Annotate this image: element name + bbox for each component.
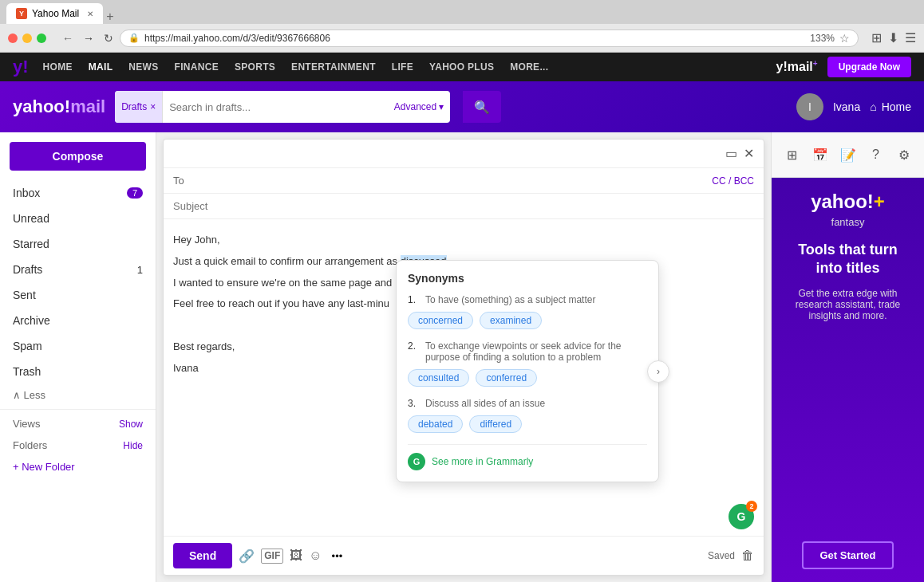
user-name: Ivana [833, 100, 860, 113]
menu-icon[interactable]: ☰ [905, 30, 916, 45]
cc-bcc-button[interactable]: CC / BCC [712, 175, 754, 187]
subject-row [164, 194, 764, 219]
sidebar-item-starred[interactable]: Starred [0, 231, 156, 257]
views-show-button[interactable]: Show [119, 419, 143, 430]
search-input[interactable] [163, 101, 388, 113]
nav-sports[interactable]: SPORTS [227, 53, 283, 81]
synonym-def-2: To exchange viewpoints or seek advice fo… [425, 340, 647, 363]
sidebar-item-inbox[interactable]: Inbox 7 [0, 180, 156, 206]
synonym-tag-concerned[interactable]: concerned [408, 312, 473, 329]
synonym-tag-conferred[interactable]: conferred [476, 369, 537, 387]
nav-news[interactable]: NEWS [120, 53, 166, 81]
refresh-button[interactable]: ↻ [104, 32, 113, 45]
image-icon[interactable]: 🖼 [290, 549, 302, 564]
send-button[interactable]: Send [173, 543, 232, 568]
sent-label: Sent [13, 289, 143, 301]
nav-yahoo-plus[interactable]: YAHOO PLUS [421, 53, 502, 81]
new-tab-button[interactable]: + [106, 10, 113, 24]
nav-mail[interactable]: MAIL [81, 53, 121, 81]
sidebar: Compose Inbox 7 Unread Starred Drafts 1 … [0, 132, 156, 582]
tab-favicon: Y [16, 8, 27, 19]
more-options-icon[interactable]: ••• [332, 550, 343, 562]
compose-button[interactable]: Compose [10, 142, 146, 171]
maximize-compose-icon[interactable]: ▭ [725, 146, 737, 161]
sidebar-item-drafts[interactable]: Drafts 1 [0, 257, 156, 282]
synonym-tag-differed[interactable]: differed [469, 415, 522, 433]
nav-life[interactable]: LIFE [384, 53, 421, 81]
nav-more[interactable]: MORE... [502, 53, 556, 81]
delete-draft-icon[interactable]: 🗑 [741, 549, 754, 563]
avatar[interactable]: I [796, 93, 823, 120]
help-icon[interactable]: ? [863, 142, 889, 167]
synonym-tags-1: concerned examined [408, 312, 647, 329]
grammarly-compose-icon[interactable]: G 2 [729, 504, 754, 529]
grammarly-icon: G [408, 453, 425, 470]
footer-icons: 🔗 GIF 🖼 ☺ [239, 549, 322, 564]
settings-icon[interactable]: ⚙ [891, 142, 917, 167]
to-input[interactable] [197, 175, 712, 187]
sidebar-divider [0, 409, 156, 410]
ad-cta-button[interactable]: Get Started [802, 541, 893, 569]
home-button[interactable]: ⌂ Home [870, 100, 911, 113]
trash-label: Trash [13, 365, 143, 378]
nav-home[interactable]: HOME [35, 53, 81, 81]
see-more-grammarly-button[interactable]: See more in Grammarly [432, 456, 533, 467]
close-compose-icon[interactable]: ✕ [744, 146, 754, 161]
sidebar-item-trash[interactable]: Trash [0, 359, 156, 384]
sidebar-item-archive[interactable]: Archive [0, 308, 156, 333]
inbox-badge: 7 [127, 187, 143, 199]
new-folder-button[interactable]: + New Folder [0, 456, 156, 478]
home-icon: ⌂ [870, 100, 876, 113]
maximize-window-button[interactable] [37, 33, 46, 43]
new-folder-label: + New Folder [13, 461, 75, 473]
views-section: Views Show [0, 413, 156, 435]
right-panel: ⊞ 📅 📝 ? ⚙ yahoo!+ fantasy Tools that tur… [771, 132, 924, 582]
synonym-def-3: Discuss all sides of an issue [425, 398, 545, 409]
synonym-item-3: 3. Discuss all sides of an issue debated… [408, 398, 647, 433]
ymail-logo: y!mail+ [776, 59, 818, 74]
forward-button[interactable]: → [80, 30, 97, 46]
compose-footer: Send 🔗 GIF 🖼 ☺ ••• Saved 🗑 [164, 536, 764, 575]
active-tab[interactable]: Y Yahoo Mail ✕ [6, 3, 103, 24]
tab-close-icon[interactable]: ✕ [87, 10, 93, 18]
popup-nav-arrow[interactable]: › [647, 360, 669, 383]
yahoo-logo[interactable]: y! [13, 57, 29, 77]
drafts-tag-close[interactable]: × [150, 101, 156, 112]
advanced-search-button[interactable]: Advanced ▾ [388, 101, 450, 112]
nav-arrows: ← → [59, 30, 97, 46]
star-icon[interactable]: ☆ [839, 32, 850, 45]
attachment-icon[interactable]: 🔗 [239, 549, 255, 564]
sidebar-item-spam[interactable]: Spam [0, 333, 156, 359]
ad-subtitle: fantasy [831, 216, 865, 228]
address-bar[interactable]: 🔒 https://mail.yahoo.com/d/3/edit/936766… [120, 29, 859, 47]
synonym-tag-debated[interactable]: debated [408, 415, 463, 433]
gif-icon[interactable]: GIF [261, 549, 283, 564]
upgrade-button[interactable]: Upgrade Now [827, 57, 911, 77]
emoji-icon[interactable]: ☺ [309, 549, 322, 564]
synonym-tag-examined[interactable]: examined [480, 312, 542, 329]
advanced-label: Advanced [394, 101, 436, 112]
search-button[interactable]: 🔍 [463, 91, 501, 123]
notes-icon[interactable]: 📝 [835, 142, 861, 167]
lock-icon: 🔒 [128, 33, 140, 43]
calendar-icon[interactable]: 📅 [808, 142, 833, 167]
to-label: To [173, 175, 197, 187]
browser-bar: ← → ↻ 🔒 https://mail.yahoo.com/d/3/edit/… [0, 24, 924, 53]
close-window-button[interactable] [8, 33, 18, 43]
folders-hide-button[interactable]: Hide [123, 440, 143, 451]
extensions-icon[interactable]: ⊞ [871, 30, 882, 45]
ad-title: Tools that turn into titles [784, 241, 911, 278]
nav-finance[interactable]: FINANCE [167, 53, 227, 81]
sidebar-item-unread[interactable]: Unread [0, 206, 156, 231]
nav-entertainment[interactable]: ENTERTAINMENT [283, 53, 384, 81]
back-button[interactable]: ← [59, 30, 77, 46]
yahoo-nav: y! HOME MAIL NEWS FINANCE SPORTS ENTERTA… [0, 53, 924, 81]
download-icon[interactable]: ⬇ [888, 30, 898, 45]
search-drafts-tag[interactable]: Drafts × [115, 91, 163, 123]
sidebar-item-sent[interactable]: Sent [0, 282, 156, 308]
minimize-window-button[interactable] [22, 33, 32, 43]
less-button[interactable]: ∧ Less [0, 384, 156, 406]
subject-input[interactable] [173, 200, 754, 212]
apps-icon[interactable]: ⊞ [780, 142, 805, 167]
synonym-tag-consulted[interactable]: consulted [408, 369, 469, 387]
